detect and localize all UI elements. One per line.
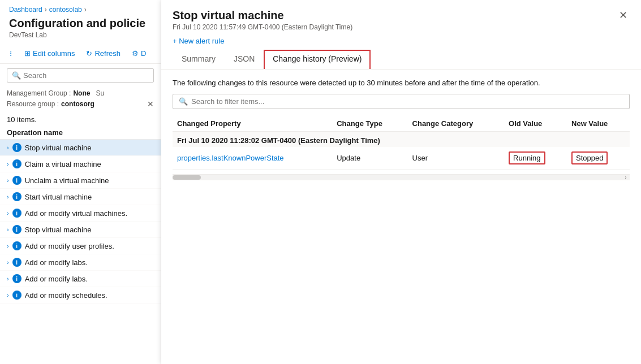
change-type-cell: Update (332, 147, 407, 170)
list-item[interactable]: › i Add or modify user profiles. (0, 238, 161, 254)
info-icon: i (12, 159, 21, 168)
change-table: Changed Property Change Type Change Cate… (173, 116, 630, 170)
info-icon: i (12, 258, 21, 267)
filter-tags: Management Group : None Su Resource grou… (0, 87, 161, 111)
refresh-button[interactable]: ↻ Refresh (81, 47, 125, 60)
list-item[interactable]: › i Add or modify labs. (0, 254, 161, 271)
chevron-right-icon: › (7, 177, 9, 184)
list-item[interactable]: › i Add or modify virtual machines. (0, 205, 161, 222)
chevron-right-icon: › (7, 193, 9, 200)
list-item[interactable]: › i Add or modify schedules. (0, 287, 161, 304)
page-title: Configuration and policie (0, 16, 161, 30)
col-change-type: Change Type (332, 116, 407, 132)
list-item[interactable]: › i Stop virtual machine (0, 222, 161, 238)
info-icon: i (12, 192, 21, 201)
detail-header-top: Stop virtual machine Fri Jul 10 2020 11:… (173, 9, 630, 31)
detail-subtitle: Fri Jul 10 2020 11:57:49 GMT-0400 (Easte… (173, 23, 352, 31)
info-icon: i (12, 143, 21, 152)
search-input[interactable] (23, 71, 149, 80)
date-row-value: Fri Jul 10 2020 11:28:02 GMT-0400 (Easte… (173, 132, 630, 148)
diagnostics-button[interactable]: ⚙ D (127, 47, 150, 60)
change-category-cell: User (408, 147, 505, 170)
chevron-right-icon: › (7, 292, 9, 298)
chevron-right-icon: › (7, 161, 9, 167)
detail-header: Stop virtual machine Fri Jul 10 2020 11:… (161, 0, 641, 70)
table-header-row: Changed Property Change Type Change Cate… (173, 116, 630, 132)
col-new-value: New Value (567, 116, 630, 132)
expand-icon: ⫶ (9, 49, 13, 58)
tabs: Summary JSON Change history (Preview) (173, 50, 630, 69)
table-date-row: Fri Jul 10 2020 11:28:02 GMT-0400 (Easte… (173, 132, 630, 148)
info-icon: i (12, 209, 21, 218)
search-icon: 🔍 (179, 97, 188, 106)
column-header: Operation name (0, 126, 161, 140)
breadcrumb: Dashboard › contosolab › (0, 0, 161, 16)
scroll-arrow-right[interactable]: › (622, 175, 630, 180)
new-alert-rule-link[interactable]: + New alert rule (173, 37, 630, 45)
col-change-category: Change Category (408, 116, 505, 132)
list-item[interactable]: › i Start virtual machine (0, 189, 161, 205)
info-icon: i (12, 176, 21, 185)
chevron-right-icon: › (7, 144, 9, 151)
breadcrumb-contosolab[interactable]: contosolab (49, 6, 82, 14)
edit-columns-button[interactable]: ⊞ Edit columns (20, 47, 79, 60)
info-icon: i (12, 241, 21, 250)
columns-icon: ⊞ (24, 49, 31, 58)
scroll-track-container: › (173, 174, 630, 182)
items-count: 10 items. (0, 111, 161, 126)
management-group-filter: Management Group : None Su (7, 89, 154, 97)
list-item[interactable]: › i Claim a virtual machine (0, 156, 161, 172)
col-old-value: Old Value (504, 116, 567, 132)
tab-change-history[interactable]: Change history (Preview) (264, 50, 371, 69)
refresh-icon: ↻ (86, 49, 92, 58)
page-subtitle: DevTest Lab (0, 30, 161, 44)
new-value-cell: Stopped (567, 147, 630, 170)
search-box: 🔍 (7, 68, 154, 83)
horizontal-scrollbar[interactable]: › (173, 175, 630, 180)
info-icon: i (12, 274, 21, 283)
left-panel: Dashboard › contosolab › Configuration a… (0, 0, 161, 364)
detail-title-area: Stop virtual machine Fri Jul 10 2020 11:… (173, 9, 352, 31)
list-item[interactable]: › i Add or modify labs. (0, 271, 161, 287)
info-icon: i (12, 225, 21, 234)
resource-group-filter: Resource group : contosorg ✕ (7, 99, 154, 109)
filter-search-box: 🔍 (173, 94, 630, 109)
tab-json[interactable]: JSON (225, 50, 264, 69)
col-changed-property: Changed Property (173, 116, 332, 132)
list-item[interactable]: › i Stop virtual machine (0, 140, 161, 156)
table-row: properties.lastKnownPowerState Update Us… (173, 147, 630, 170)
remove-resource-group-filter[interactable]: ✕ (147, 99, 154, 109)
expand-button[interactable]: ⫶ (5, 47, 18, 60)
old-value-box: Running (509, 151, 545, 164)
chevron-right-icon: › (7, 210, 9, 216)
gear-icon: ⚙ (132, 49, 139, 58)
toolbar: ⫶ ⊞ Edit columns ↻ Refresh ⚙ D (0, 44, 161, 64)
filter-search-input[interactable] (191, 97, 623, 106)
search-icon: 🔍 (12, 71, 21, 80)
close-button[interactable]: ✕ (617, 9, 630, 21)
scroll-thumb (173, 175, 201, 180)
description-text: The following changes to this resource w… (173, 79, 630, 87)
detail-title: Stop virtual machine (173, 9, 352, 22)
list-item[interactable]: › i Unclaim a virtual machine (0, 172, 161, 189)
info-icon: i (12, 291, 21, 300)
property-link[interactable]: properties.lastKnownPowerState (177, 154, 284, 162)
new-value-box: Stopped (571, 151, 608, 164)
chevron-right-icon: › (7, 259, 9, 266)
list-items: › i Stop virtual machine › i Claim a vir… (0, 140, 161, 364)
breadcrumb-dashboard[interactable]: Dashboard (9, 6, 42, 14)
property-cell: properties.lastKnownPowerState (173, 147, 332, 170)
detail-panel: Stop virtual machine Fri Jul 10 2020 11:… (161, 0, 641, 364)
chevron-right-icon: › (7, 226, 9, 233)
chevron-right-icon: › (7, 275, 9, 282)
old-value-cell: Running (504, 147, 567, 170)
detail-body: The following changes to this resource w… (161, 70, 641, 364)
chevron-right-icon: › (7, 242, 9, 249)
tab-summary[interactable]: Summary (173, 50, 225, 69)
